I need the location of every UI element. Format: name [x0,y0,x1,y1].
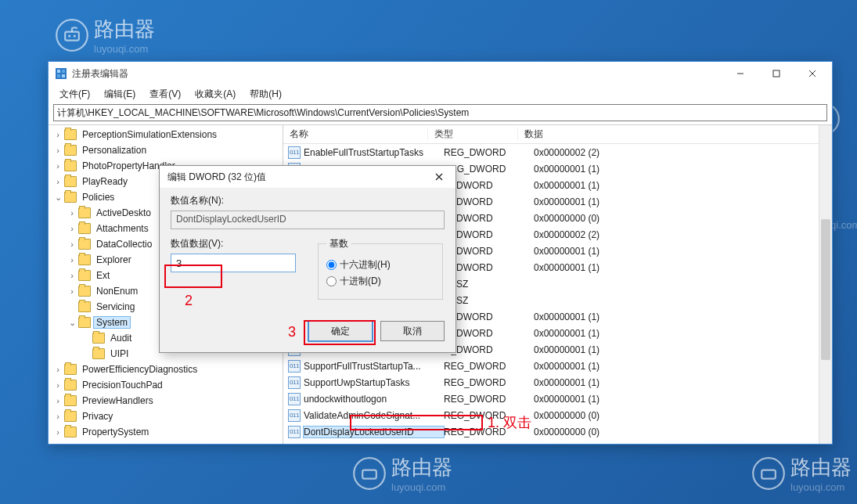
cell-type: G_DWORD [444,311,534,322]
cell-type: REG_DWORD [444,394,534,405]
router-logo-icon [751,456,786,491]
svg-rect-15 [773,70,780,77]
svg-rect-13 [62,74,65,77]
registry-value-row[interactable]: 011SupportUwpStartupTasksREG_DWORD0x0000… [283,374,832,391]
cell-data: 0x00000001 (1) [534,180,832,191]
folder-icon [64,145,77,156]
tree-toggle-icon[interactable]: › [53,130,63,139]
registry-value-row[interactable]: 011DontDisplayLockedUserIDREG_DWORD0x000… [283,423,832,440]
tree-toggle-icon[interactable]: › [53,161,63,171]
svg-point-3 [74,34,76,37]
tree-toggle-icon[interactable]: › [53,412,63,421]
tree-toggle-icon[interactable]: › [67,239,77,249]
cell-type: G_DWORD [444,344,534,355]
svg-point-4 [354,458,385,489]
router-logo-icon [55,18,89,52]
dialog-titlebar[interactable]: 编辑 DWORD (32 位)值 [160,166,456,188]
tree-item-personalization[interactable]: ›Personalization [53,142,283,158]
menu-help[interactable]: 帮助(H) [243,86,288,103]
tree-item-privacy[interactable]: ›Privacy [53,409,283,424]
value-name-label: 数值名称(N): [171,194,445,207]
radio-hex-label: 十六进制(H) [340,258,391,272]
menu-edit[interactable]: 编辑(E) [98,86,142,103]
tree-item-label: Privacy [80,411,115,422]
dword-value-icon: 011 [288,146,301,159]
tree-toggle-icon[interactable]: ⌄ [53,193,63,203]
tree-toggle-icon[interactable]: › [67,208,77,218]
tree-item-label: NonEnum [94,286,140,297]
window-title: 注册表编辑器 [72,67,722,81]
registry-value-row[interactable]: 011EnableFullTrustStartupTasksREG_DWORD0… [283,144,832,160]
cell-type: G_DWORD [444,196,534,207]
registry-value-row[interactable]: 011undockwithoutlogonREG_DWORD0x00000001… [283,391,832,407]
tree-toggle-icon[interactable]: › [53,146,63,155]
router-logo-icon [352,456,387,491]
radio-hex[interactable] [326,260,337,270]
minimize-button[interactable] [722,62,758,85]
tree-item-label: Attachments [94,223,151,234]
maximize-button[interactable] [758,62,794,85]
tree-item-propertysystem[interactable]: ›PropertySystem [53,424,283,440]
cancel-button[interactable]: 取消 [380,321,445,341]
tree-toggle-icon[interactable]: · [81,333,91,343]
folder-icon [78,270,91,281]
tree-toggle-icon[interactable]: › [53,380,63,390]
tree-item-label: PropertySystem [80,427,151,437]
menu-favorites[interactable]: 收藏夹(A) [189,86,242,103]
cell-data: 0x00000001 (1) [534,344,832,355]
menu-view[interactable]: 查看(V) [143,86,187,103]
col-header-name[interactable]: 名称 [283,128,428,141]
cell-type: G_DWORD [444,213,534,224]
svg-rect-7 [762,470,776,479]
tree-toggle-icon[interactable]: · [67,302,77,311]
col-header-data[interactable]: 数据 [518,128,832,141]
tree-item-precisiontouchpad[interactable]: ›PrecisionTouchPad [53,377,283,393]
cell-data: 0x00000001 (1) [534,361,832,372]
vertical-scrollbar[interactable] [819,125,832,444]
registry-value-row[interactable]: 011ValidateAdminCodeSignat...REG_DWORD0x… [283,407,832,423]
value-data-input[interactable] [171,254,296,272]
ok-button[interactable]: 确定 [308,321,373,341]
tree-item-powerefficiencydiagnostics[interactable]: ›PowerEfficiencyDiagnostics [53,362,283,377]
tree-toggle-icon[interactable]: · [81,349,91,358]
cell-data: 0x00000001 (1) [534,377,832,388]
tree-toggle-icon[interactable]: › [53,396,63,405]
tree-toggle-icon[interactable]: › [67,286,77,296]
folder-icon [78,207,91,218]
regedit-app-icon [55,67,67,80]
titlebar[interactable]: 注册表编辑器 [49,62,832,85]
tree-toggle-icon[interactable]: › [53,365,63,374]
close-button[interactable] [794,62,830,85]
svg-rect-11 [62,70,65,73]
col-header-type[interactable]: 类型 [428,128,518,141]
address-bar[interactable]: 计算机\HKEY_LOCAL_MACHINE\SOFTWARE\Microsof… [53,104,827,121]
cell-data: 0x00000001 (1) [534,328,832,339]
tree-toggle-icon[interactable]: › [67,224,77,233]
cell-name: ValidateAdminCodeSignat... [304,410,444,421]
tree-toggle-icon[interactable]: › [67,271,77,280]
tree-item-label: Explorer [94,254,134,265]
tree-item-label: PrecisionTouchPad [80,380,165,391]
list-header: 名称 类型 数据 [283,125,832,144]
cell-type: G_SZ [444,295,534,306]
registry-value-row[interactable]: 011SupportFullTrustStartupTa...REG_DWORD… [283,358,832,374]
cell-name: SupportUwpStartupTasks [304,377,444,388]
radio-dec[interactable] [326,276,337,286]
menu-file[interactable]: 文件(F) [53,86,96,103]
tree-item-label: ActiveDeskto [94,207,153,218]
radio-dec-label: 十进制(D) [340,275,381,288]
folder-icon [64,160,77,171]
value-name-field: DontDisplayLockedUserID [171,211,445,229]
tree-item-label: Audit [108,333,134,344]
dialog-close-button[interactable] [426,167,452,186]
tree-toggle-icon[interactable]: › [53,177,63,186]
tree-toggle-icon[interactable]: › [67,255,77,265]
cell-data: 0x00000000 (0) [534,410,832,421]
tree-toggle-icon[interactable]: ⌄ [67,318,77,328]
folder-icon [78,301,91,312]
tree-item-perceptionsimulationextensions[interactable]: ›PerceptionSimulationExtensions [53,127,283,142]
cell-data: 0x00000000 (0) [534,213,832,224]
tree-toggle-icon[interactable]: › [53,427,63,437]
watermark-domain: luyouqi.com [94,43,155,55]
tree-item-previewhandlers[interactable]: ›PreviewHandlers [53,393,283,409]
